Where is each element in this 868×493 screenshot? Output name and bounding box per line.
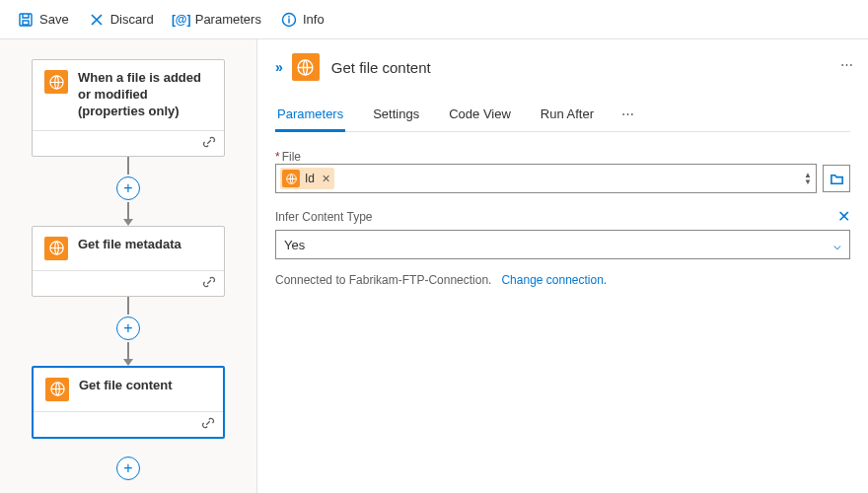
info-label: Info — [303, 12, 325, 27]
toolbar: Save Discard [@] Parameters Info — [0, 0, 868, 39]
info-icon — [281, 12, 297, 28]
node-label: Get file metadata — [78, 237, 181, 253]
node-header: When a file is added or modified (proper… — [33, 60, 224, 130]
ftp-icon — [44, 70, 68, 94]
change-connection-link[interactable]: Change connection. — [501, 273, 607, 287]
ftp-icon — [292, 53, 320, 81]
details-panel: ⋯ » Get file content Parameters Settings… — [256, 39, 868, 493]
node-header: Get file metadata — [33, 227, 224, 270]
arrow-icon — [123, 219, 133, 226]
file-token[interactable]: Id ✕ — [280, 168, 334, 189]
workflow-node-content[interactable]: Get file content — [32, 366, 225, 439]
file-field-row: *File Id ✕ ▲▼ — [275, 150, 850, 193]
token-label: Id — [305, 172, 315, 185]
stepper-control[interactable]: ▲▼ — [804, 172, 812, 185]
ftp-icon — [45, 378, 69, 401]
node-footer — [33, 270, 224, 296]
file-browse-button[interactable] — [823, 165, 850, 192]
infer-field-row: Infer Content Type ✕ Yes ⌵ — [275, 207, 850, 259]
infer-field-label: Infer Content Type — [275, 210, 373, 224]
connection-text: Connected to Fabrikam-FTP-Connection. — [275, 273, 491, 287]
connector-line — [127, 202, 129, 220]
parameters-button[interactable]: [@] Parameters — [166, 8, 269, 32]
discard-button[interactable]: Discard — [81, 8, 162, 32]
workflow-canvas: When a file is added or modified (proper… — [0, 39, 256, 493]
info-button[interactable]: Info — [273, 8, 332, 32]
parameters-label: Parameters — [195, 12, 261, 27]
node-footer — [33, 130, 224, 156]
svg-rect-0 — [20, 14, 32, 26]
file-input[interactable]: Id ✕ ▲▼ — [275, 164, 817, 193]
connector-line — [127, 342, 129, 360]
chevron-down-icon: ⌵ — [833, 238, 841, 252]
ftp-icon — [282, 170, 300, 187]
collapse-button[interactable]: » — [275, 59, 280, 75]
panel-tabs: Parameters Settings Code View Run After … — [275, 99, 850, 132]
node-header: Get file content — [34, 368, 223, 411]
ftp-icon — [44, 237, 68, 260]
add-action-button[interactable]: + — [116, 317, 140, 340]
save-icon — [18, 12, 34, 28]
discard-icon — [89, 12, 105, 28]
tab-runafter[interactable]: Run After — [539, 99, 596, 131]
required-indicator: * — [275, 150, 280, 164]
link-icon — [202, 137, 216, 152]
add-action-button[interactable]: + — [116, 176, 140, 200]
connection-info: Connected to Fabrikam-FTP-Connection. Ch… — [275, 273, 850, 287]
workflow-node-metadata[interactable]: Get file metadata — [32, 226, 225, 297]
panel-menu-button[interactable]: ⋯ — [840, 57, 854, 72]
node-footer — [34, 411, 223, 437]
svg-rect-1 — [23, 21, 29, 25]
discard-label: Discard — [110, 12, 154, 27]
infer-select[interactable]: Yes ⌵ — [275, 230, 850, 259]
panel-header: » Get file content — [275, 53, 850, 81]
add-action-button[interactable]: + — [116, 457, 140, 480]
file-field-label: *File — [275, 150, 850, 164]
node-label: Get file content — [79, 378, 173, 394]
parameters-icon: [@] — [174, 12, 189, 28]
token-remove-button[interactable]: ✕ — [322, 173, 330, 185]
link-icon — [201, 418, 215, 433]
infer-value: Yes — [284, 238, 305, 252]
save-button[interactable]: Save — [10, 8, 77, 32]
tab-codeview[interactable]: Code View — [447, 99, 513, 131]
save-label: Save — [39, 12, 69, 27]
link-icon — [202, 277, 216, 292]
node-label: When a file is added or modified (proper… — [78, 70, 212, 120]
main-layout: When a file is added or modified (proper… — [0, 39, 868, 493]
file-field-control: Id ✕ ▲▼ — [275, 164, 850, 193]
tab-settings[interactable]: Settings — [371, 99, 421, 131]
remove-parameter-button[interactable]: ✕ — [837, 207, 850, 226]
tab-overflow-button[interactable]: ⋯ — [621, 99, 634, 131]
tab-parameters[interactable]: Parameters — [275, 99, 345, 132]
connector-line — [127, 157, 129, 175]
connector-line — [127, 297, 129, 315]
arrow-icon — [123, 359, 133, 366]
workflow-node-trigger[interactable]: When a file is added or modified (proper… — [32, 59, 225, 157]
panel-title: Get file content — [331, 59, 431, 76]
